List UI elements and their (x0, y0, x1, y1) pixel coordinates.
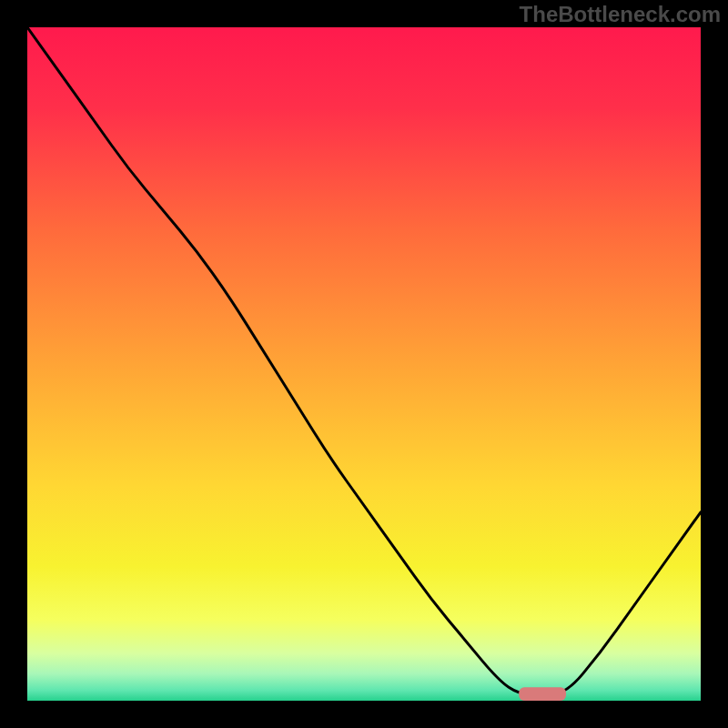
plot-area (27, 27, 701, 701)
watermark: TheBottleneck.com (520, 2, 721, 27)
gradient-and-curve (27, 27, 701, 701)
minimum-marker (519, 687, 566, 701)
chart-canvas: TheBottleneck.com (0, 0, 728, 728)
gradient-bg (27, 27, 701, 701)
